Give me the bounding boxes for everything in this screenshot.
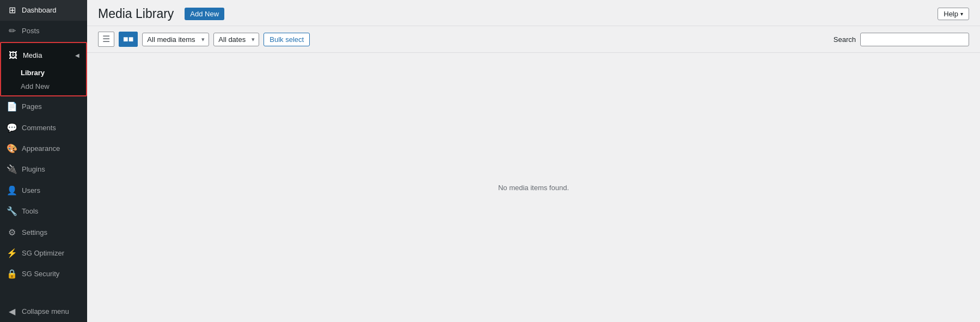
list-view-icon: ☰ xyxy=(102,34,110,44)
media-filter-select[interactable]: All media items Images Audio Video Docum… xyxy=(142,33,209,46)
sidebar-item-label: Tools xyxy=(22,206,38,216)
sidebar-item-media[interactable]: 🖼 Media ◀ xyxy=(1,45,86,66)
sidebar-item-comments[interactable]: 💬 Comments xyxy=(0,118,87,138)
posts-icon: ✏ xyxy=(7,25,17,37)
tools-icon: 🔧 xyxy=(7,205,17,217)
grid-view-button[interactable]: ■■ xyxy=(119,32,138,47)
sidebar-item-label: Collapse menu xyxy=(22,307,69,317)
sidebar: ⊞ Dashboard ✏ Posts 🖼 Media ◀ Library Ad… xyxy=(0,0,87,322)
media-filter-wrapper: All media items Images Audio Video Docum… xyxy=(142,33,209,46)
sidebar-item-label: SG Security xyxy=(22,269,59,279)
main-content: Media Library Add New Help ▾ ☰ ■■ All me… xyxy=(87,0,980,322)
dates-filter-wrapper: All dates xyxy=(213,33,259,46)
sidebar-item-label: Dashboard xyxy=(22,5,57,15)
sidebar-item-tools[interactable]: 🔧 Tools xyxy=(0,201,87,222)
bulk-select-button[interactable]: Bulk select xyxy=(264,33,310,46)
pages-icon: 📄 xyxy=(7,101,17,113)
sidebar-item-plugins[interactable]: 🔌 Plugins xyxy=(0,159,87,180)
sidebar-item-sg-optimizer[interactable]: ⚡ SG Optimizer xyxy=(0,243,87,264)
help-label: Help xyxy=(944,10,958,18)
sidebar-item-posts[interactable]: ✏ Posts xyxy=(0,21,87,41)
media-collapse-arrow: ◀ xyxy=(75,52,79,59)
sidebar-item-label: Appearance xyxy=(22,144,60,154)
sg-optimizer-icon: ⚡ xyxy=(7,247,17,259)
sidebar-item-label: Comments xyxy=(22,123,56,133)
sidebar-item-dashboard[interactable]: ⊞ Dashboard xyxy=(0,0,87,21)
settings-icon: ⚙ xyxy=(7,227,17,239)
collapse-icon: ◀ xyxy=(7,306,17,318)
toolbar: ☰ ■■ All media items Images Audio Video … xyxy=(87,26,980,53)
search-area: Search xyxy=(834,33,969,46)
media-submenu: 🖼 Media ◀ Library Add New xyxy=(0,42,87,96)
sg-security-icon: 🔒 xyxy=(7,268,17,280)
content-area: No media items found. xyxy=(87,53,980,322)
search-label: Search xyxy=(834,35,856,44)
sidebar-item-pages[interactable]: 📄 Pages xyxy=(0,96,87,117)
appearance-icon: 🎨 xyxy=(7,143,17,155)
help-button[interactable]: Help ▾ xyxy=(938,8,969,20)
plugins-icon: 🔌 xyxy=(7,163,17,175)
sidebar-item-label: Plugins xyxy=(22,165,45,174)
comments-icon: 💬 xyxy=(7,122,17,134)
submenu-item-add-new[interactable]: Add New xyxy=(1,80,86,93)
sidebar-item-label: Media xyxy=(23,51,42,60)
list-view-button[interactable]: ☰ xyxy=(98,32,114,47)
sidebar-item-settings[interactable]: ⚙ Settings xyxy=(0,222,87,243)
sidebar-item-label: SG Optimizer xyxy=(22,248,64,258)
sidebar-item-users[interactable]: 👤 Users xyxy=(0,180,87,201)
chevron-down-icon: ▾ xyxy=(960,11,963,17)
search-input[interactable] xyxy=(860,33,969,46)
dashboard-icon: ⊞ xyxy=(7,4,17,16)
topbar: Media Library Add New Help ▾ xyxy=(87,0,980,26)
add-new-button[interactable]: Add New xyxy=(185,8,224,20)
no-items-message: No media items found. xyxy=(498,184,569,192)
sidebar-item-appearance[interactable]: 🎨 Appearance xyxy=(0,138,87,159)
dates-filter-select[interactable]: All dates xyxy=(213,33,259,46)
sidebar-item-collapse[interactable]: ◀ Collapse menu xyxy=(0,301,87,322)
grid-view-icon: ■■ xyxy=(123,34,133,44)
media-icon: 🖼 xyxy=(8,50,19,62)
users-icon: 👤 xyxy=(7,185,17,197)
page-title: Media Library xyxy=(98,7,174,21)
sidebar-item-label: Users xyxy=(22,186,40,196)
sidebar-item-sg-security[interactable]: 🔒 SG Security xyxy=(0,264,87,284)
sidebar-item-label: Posts xyxy=(22,26,40,36)
sidebar-item-label: Pages xyxy=(22,102,42,112)
sidebar-item-label: Settings xyxy=(22,228,47,238)
submenu-item-library[interactable]: Library xyxy=(1,66,86,80)
